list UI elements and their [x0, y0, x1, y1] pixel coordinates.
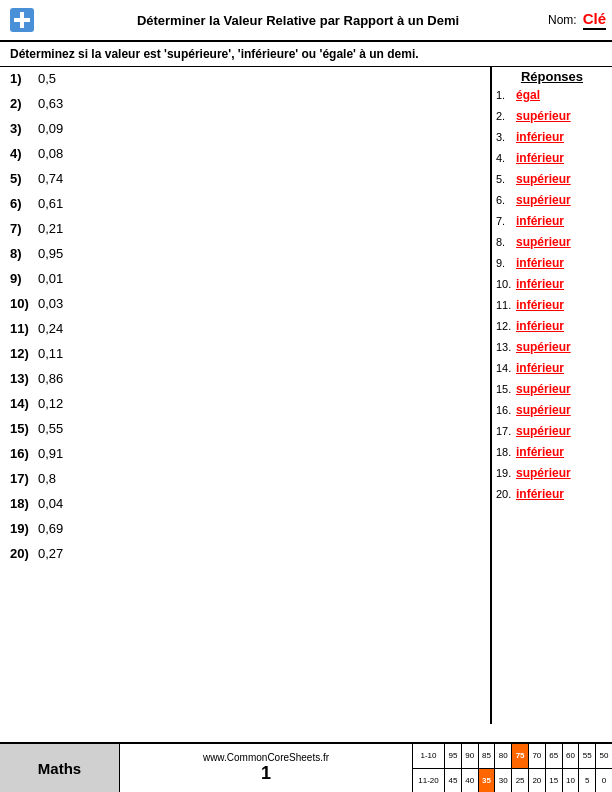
question-value: 0,63: [38, 96, 63, 111]
page-number: 1: [261, 763, 271, 784]
question-item: 3)0,09: [10, 121, 480, 136]
answer-item: 16.supérieur: [496, 403, 608, 417]
score-cell: 90: [462, 744, 479, 768]
answer-number: 7.: [496, 215, 516, 227]
question-number: 20): [10, 546, 38, 561]
score-cell: 50: [596, 744, 612, 768]
answer-item: 1.égal: [496, 88, 608, 102]
question-number: 11): [10, 321, 38, 336]
question-item: 1)0,5: [10, 71, 480, 86]
answer-item: 15.supérieur: [496, 382, 608, 396]
question-value: 0,91: [38, 446, 63, 461]
answer-number: 14.: [496, 362, 516, 374]
score-cell: 35: [479, 769, 496, 793]
question-value: 0,69: [38, 521, 63, 536]
answer-value: supérieur: [516, 193, 571, 207]
question-number: 4): [10, 146, 38, 161]
question-number: 2): [10, 96, 38, 111]
question-value: 0,61: [38, 196, 63, 211]
answer-value: égal: [516, 88, 540, 102]
question-number: 10): [10, 296, 38, 311]
answer-number: 13.: [496, 341, 516, 353]
answer-value: supérieur: [516, 466, 571, 480]
answer-value: inférieur: [516, 130, 564, 144]
score-range-label: 1-10: [413, 744, 445, 768]
answer-value: inférieur: [516, 256, 564, 270]
header-title: Déterminer la Valeur Relative par Rappor…: [48, 13, 548, 28]
page-header: Déterminer la Valeur Relative par Rappor…: [0, 0, 612, 42]
score-cells: 454035302520151050: [445, 769, 612, 793]
score-row: 1-1095908580757065605550: [413, 744, 612, 769]
answer-item: 17.supérieur: [496, 424, 608, 438]
question-value: 0,03: [38, 296, 63, 311]
score-cells: 95908580757065605550: [445, 744, 612, 768]
answer-item: 3.inférieur: [496, 130, 608, 144]
question-value: 0,5: [38, 71, 56, 86]
question-item: 8)0,95: [10, 246, 480, 261]
question-value: 0,24: [38, 321, 63, 336]
question-number: 3): [10, 121, 38, 136]
answer-number: 9.: [496, 257, 516, 269]
header-cle: Clé: [583, 10, 606, 30]
answer-number: 16.: [496, 404, 516, 416]
answer-number: 6.: [496, 194, 516, 206]
question-item: 18)0,04: [10, 496, 480, 511]
answer-number: 1.: [496, 89, 516, 101]
score-cell: 75: [512, 744, 529, 768]
answer-item: 19.supérieur: [496, 466, 608, 480]
question-value: 0,95: [38, 246, 63, 261]
question-item: 12)0,11: [10, 346, 480, 361]
answer-value: supérieur: [516, 424, 571, 438]
answer-value: supérieur: [516, 403, 571, 417]
answer-value: inférieur: [516, 445, 564, 459]
question-value: 0,11: [38, 346, 63, 361]
answer-number: 12.: [496, 320, 516, 332]
answer-item: 12.inférieur: [496, 319, 608, 333]
question-value: 0,12: [38, 396, 63, 411]
answer-value: inférieur: [516, 277, 564, 291]
score-row: 11-20454035302520151050: [413, 769, 612, 793]
question-value: 0,55: [38, 421, 63, 436]
answer-value: inférieur: [516, 151, 564, 165]
question-number: 18): [10, 496, 38, 511]
question-number: 9): [10, 271, 38, 286]
answer-value: supérieur: [516, 235, 571, 249]
question-item: 4)0,08: [10, 146, 480, 161]
question-number: 15): [10, 421, 38, 436]
answer-item: 14.inférieur: [496, 361, 608, 375]
question-value: 0,8: [38, 471, 56, 486]
answer-value: inférieur: [516, 361, 564, 375]
page-footer: Maths www.CommonCoreSheets.fr 1 1-109590…: [0, 742, 612, 792]
question-item: 11)0,24: [10, 321, 480, 336]
question-item: 17)0,8: [10, 471, 480, 486]
question-value: 0,27: [38, 546, 63, 561]
question-item: 19)0,69: [10, 521, 480, 536]
question-number: 6): [10, 196, 38, 211]
question-value: 0,01: [38, 271, 63, 286]
answer-number: 11.: [496, 299, 516, 311]
answer-item: 8.supérieur: [496, 235, 608, 249]
answer-value: inférieur: [516, 214, 564, 228]
footer-center: www.CommonCoreSheets.fr 1: [120, 744, 412, 792]
score-cell: 85: [479, 744, 496, 768]
answer-item: 4.inférieur: [496, 151, 608, 165]
question-number: 17): [10, 471, 38, 486]
score-cell: 45: [445, 769, 462, 793]
answer-item: 7.inférieur: [496, 214, 608, 228]
score-cell: 60: [563, 744, 580, 768]
score-cell: 25: [512, 769, 529, 793]
question-item: 7)0,21: [10, 221, 480, 236]
question-item: 15)0,55: [10, 421, 480, 436]
answer-item: 20.inférieur: [496, 487, 608, 501]
questions-column: 1)0,52)0,633)0,094)0,085)0,746)0,617)0,2…: [0, 67, 492, 724]
question-number: 1): [10, 71, 38, 86]
question-value: 0,08: [38, 146, 63, 161]
answer-item: 10.inférieur: [496, 277, 608, 291]
question-number: 7): [10, 221, 38, 236]
score-cell: 30: [495, 769, 512, 793]
score-cell: 0: [596, 769, 612, 793]
brand-label: Maths: [0, 744, 120, 792]
answer-value: supérieur: [516, 109, 571, 123]
answer-value: supérieur: [516, 172, 571, 186]
answer-number: 15.: [496, 383, 516, 395]
